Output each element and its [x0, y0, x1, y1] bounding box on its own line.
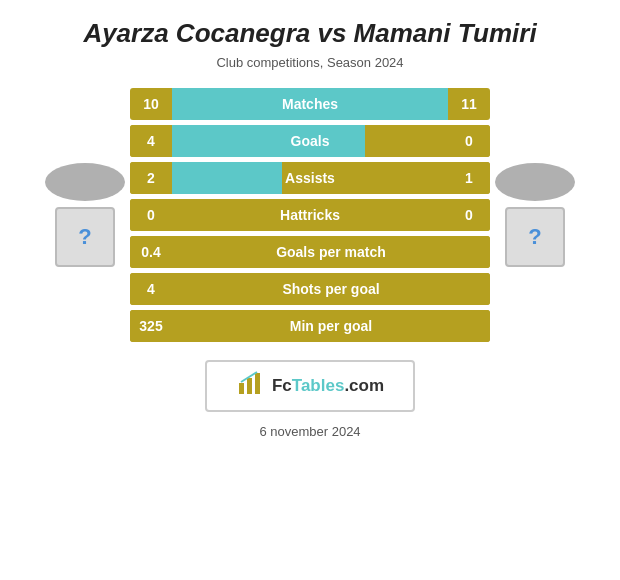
svg-rect-2 [255, 373, 260, 394]
avatar-left-image: ? [55, 207, 115, 267]
stat-goals-bar: Goals [172, 125, 448, 157]
stat-goals-left: 4 [130, 125, 172, 157]
stat-hattricks-right: 0 [448, 199, 490, 231]
stat-gpm-bar: Goals per match [172, 236, 490, 268]
stat-spg-bar: Shots per goal [172, 273, 490, 305]
stat-goals-right: 0 [448, 125, 490, 157]
avatar-left-top-ellipse [45, 163, 125, 201]
stat-assists-bar: Assists [172, 162, 448, 194]
svg-rect-0 [239, 383, 244, 394]
main-content: ? 10 Matches 11 4 Goals 0 [0, 88, 620, 342]
stat-matches-left: 10 [130, 88, 172, 120]
stat-assists-right: 1 [448, 162, 490, 194]
stat-row-shots-per-goal: 4 Shots per goal [130, 273, 490, 305]
avatar-left: ? [40, 163, 130, 267]
stat-row-min-per-goal: 325 Min per goal [130, 310, 490, 342]
avatar-left-placeholder: ? [78, 224, 91, 250]
stat-matches-right: 11 [448, 88, 490, 120]
stat-mpg-label: Min per goal [172, 318, 490, 334]
page-subtitle: Club competitions, Season 2024 [216, 55, 403, 70]
stat-gpm-label: Goals per match [172, 244, 490, 260]
avatar-right: ? [490, 163, 580, 267]
avatar-right-image: ? [505, 207, 565, 267]
stat-spg-left: 4 [130, 273, 172, 305]
stat-hattricks-label: Hattricks [172, 207, 448, 223]
stat-gpm-left: 0.4 [130, 236, 172, 268]
stat-matches-bar: Matches [172, 88, 448, 120]
stat-row-matches: 10 Matches 11 [130, 88, 490, 120]
stat-row-goals-per-match: 0.4 Goals per match [130, 236, 490, 268]
avatar-right-placeholder: ? [528, 224, 541, 250]
stat-mpg-left: 325 [130, 310, 172, 342]
stat-assists-left: 2 [130, 162, 172, 194]
stats-container: 10 Matches 11 4 Goals 0 2 [130, 88, 490, 342]
svg-rect-1 [247, 378, 252, 394]
stat-goals-label: Goals [172, 133, 448, 149]
page-title: Ayarza Cocanegra vs Mamani Tumiri [83, 18, 536, 49]
brand-icon [236, 369, 264, 403]
page: Ayarza Cocanegra vs Mamani Tumiri Club c… [0, 0, 620, 580]
footer-date: 6 november 2024 [259, 424, 360, 439]
stat-spg-label: Shots per goal [172, 281, 490, 297]
stat-row-hattricks: 0 Hattricks 0 [130, 199, 490, 231]
stat-hattricks-bar: Hattricks [172, 199, 448, 231]
brand-box: FcTables.com [205, 360, 415, 412]
stat-row-goals: 4 Goals 0 [130, 125, 490, 157]
stat-matches-label: Matches [172, 96, 448, 112]
stat-mpg-bar: Min per goal [172, 310, 490, 342]
avatar-right-top-ellipse [495, 163, 575, 201]
stat-hattricks-left: 0 [130, 199, 172, 231]
stat-row-assists: 2 Assists 1 [130, 162, 490, 194]
brand-label: FcTables.com [272, 376, 384, 396]
stat-assists-label: Assists [172, 170, 448, 186]
